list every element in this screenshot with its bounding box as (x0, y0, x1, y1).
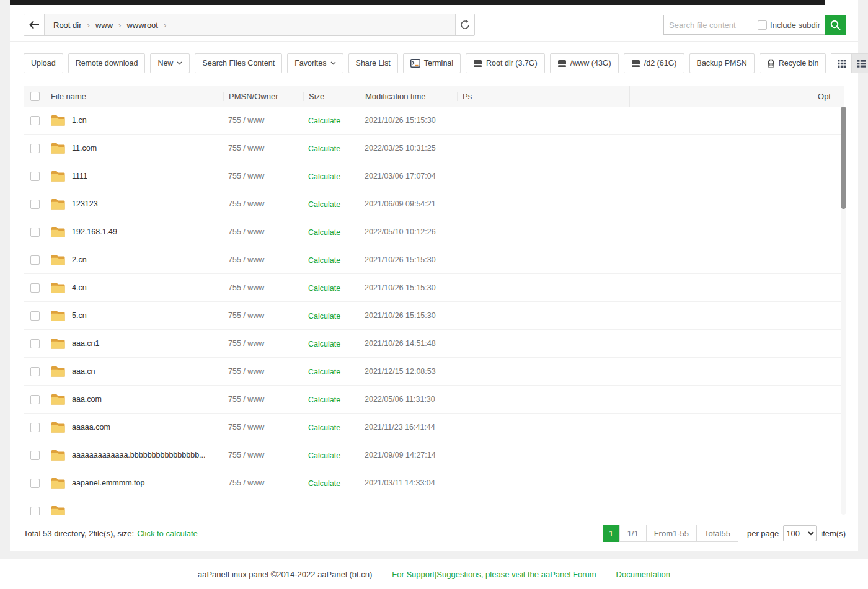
column-modification-time: Modification time (360, 92, 457, 101)
row-checkbox[interactable] (30, 200, 40, 209)
calculate-size-link[interactable]: Calculate (308, 479, 340, 488)
page-1-button[interactable]: 1 (603, 525, 620, 542)
calculate-size-link[interactable]: Calculate (308, 312, 340, 321)
row-checkbox[interactable] (30, 451, 40, 460)
total-size-calculate-link[interactable]: Click to calculate (137, 529, 198, 538)
disk-rootdir-button[interactable]: Root dir (3.7G) (466, 53, 545, 73)
file-name-link[interactable]: aaaaa.com (72, 423, 110, 432)
search-files-content-button[interactable]: Search Files Content (195, 53, 282, 73)
row-checkbox[interactable] (30, 144, 40, 153)
grid-view-button[interactable] (831, 53, 852, 73)
row-checkbox[interactable] (30, 367, 40, 376)
favorites-menu-button[interactable]: Favorites (287, 53, 343, 73)
new-menu-button[interactable]: New (150, 53, 190, 73)
terminal-button[interactable]: Terminal (403, 53, 461, 73)
row-checkbox[interactable] (30, 395, 40, 404)
calculate-size-link[interactable]: Calculate (308, 423, 340, 432)
disk-www-button[interactable]: /www (43G) (550, 53, 619, 73)
row-checkbox[interactable] (30, 479, 40, 488)
file-name-link[interactable]: 4.cn (72, 283, 87, 292)
row-checkbox[interactable] (30, 283, 40, 293)
calculate-size-link[interactable]: Calculate (308, 340, 340, 348)
support-forum-link[interactable]: For Support|Suggestions, please visit th… (392, 570, 596, 579)
remote-download-button[interactable]: Remote download (68, 53, 146, 73)
row-checkbox[interactable] (30, 311, 40, 321)
backup-pmsn-button[interactable]: Backup PMSN (689, 53, 755, 73)
calculate-size-link[interactable]: Calculate (308, 200, 340, 209)
folder-icon (51, 310, 65, 322)
calculate-size-link[interactable]: Calculate (308, 117, 340, 125)
table-row: aapanel.emmmm.top 755 / www Calculate 20… (24, 469, 844, 497)
table-row: 5.cn 755 / www Calculate 2021/10/26 15:1… (24, 302, 844, 330)
calculate-size-link[interactable]: Calculate (308, 172, 340, 181)
include-subdir-option[interactable]: Include subdir (758, 20, 825, 30)
recycle-bin-button[interactable]: Recycle bin (760, 53, 826, 73)
row-checkbox[interactable] (30, 172, 40, 181)
row-modification-time: 2022/03/25 10:31:25 (360, 144, 457, 153)
row-pmsn-owner: 755 / www (223, 144, 303, 153)
file-name-link[interactable]: 5.cn (72, 311, 87, 320)
file-name-link[interactable]: 192.168.1.49 (72, 228, 117, 236)
calculate-size-link[interactable]: Calculate (308, 284, 340, 293)
row-modification-time: 2021/10/26 15:15:30 (360, 311, 457, 320)
breadcrumb-item-rootdir[interactable]: Root dir (53, 20, 82, 30)
calculate-size-link[interactable]: Calculate (308, 228, 340, 237)
file-name-link[interactable]: aaaaaaaaaaaaa.bbbbbbbbbbbbbbbb... (72, 451, 206, 459)
file-name-link[interactable]: 2.cn (72, 255, 87, 264)
file-name-link[interactable]: aaa.com (72, 395, 102, 404)
refresh-button[interactable] (455, 14, 474, 35)
list-view-button[interactable] (851, 53, 868, 73)
file-name-link[interactable]: 11.com (72, 144, 97, 153)
row-modification-time: 2022/05/10 10:12:26 (360, 228, 457, 236)
search-button[interactable] (825, 15, 846, 35)
file-name-link[interactable]: 1111 (72, 172, 87, 180)
calculate-size-link[interactable]: Calculate (308, 396, 340, 404)
main-panel: Root dir › www › wwwroot › (10, 0, 858, 551)
row-checkbox[interactable] (30, 116, 40, 125)
column-spacer (629, 86, 767, 107)
refresh-icon (460, 20, 470, 30)
calculate-size-link[interactable]: Calculate (308, 256, 340, 265)
calculate-size-link[interactable]: Calculate (308, 144, 340, 153)
back-button[interactable] (24, 14, 45, 35)
breadcrumb-item-wwwroot[interactable]: wwwroot (126, 20, 158, 30)
row-checkbox[interactable] (30, 255, 40, 265)
row-modification-time: 2021/12/15 12:08:53 (360, 367, 457, 376)
grid-view-icon (837, 59, 846, 68)
share-list-button[interactable]: Share List (348, 53, 398, 73)
table-row: aaa.cn 755 / www Calculate 2021/12/15 12… (24, 358, 844, 386)
documentation-link[interactable]: Documentation (616, 570, 670, 579)
per-page-select[interactable]: 100 (783, 525, 817, 541)
row-checkbox[interactable] (30, 339, 40, 348)
row-pmsn-owner: 755 / www (223, 339, 303, 348)
folder-icon (51, 338, 65, 350)
table-scrollbar[interactable] (841, 107, 846, 515)
upload-button[interactable]: Upload (24, 53, 63, 73)
select-all-checkbox[interactable] (30, 92, 40, 101)
row-checkbox[interactable] (30, 507, 40, 515)
file-name-link[interactable]: aaa.cn1 (72, 339, 99, 348)
file-name-link[interactable]: 123123 (72, 200, 98, 208)
row-modification-time: 2021/10/26 15:15:30 (360, 283, 457, 292)
row-pmsn-owner: 755 / www (223, 172, 303, 180)
calculate-size-link[interactable]: Calculate (308, 451, 340, 460)
include-subdir-checkbox[interactable] (758, 20, 767, 30)
folder-icon (51, 394, 65, 405)
folder-icon (51, 226, 65, 238)
row-checkbox[interactable] (30, 228, 40, 237)
row-checkbox[interactable] (30, 423, 40, 432)
file-name-link[interactable]: aaa.cn (72, 367, 95, 376)
row-modification-time: 2021/03/06 17:07:04 (360, 172, 457, 180)
scrollbar-thumb[interactable] (841, 107, 846, 209)
file-name-link[interactable]: aapanel.emmmm.top (72, 479, 144, 487)
column-pmsn-owner: PMSN/Owner (223, 92, 303, 101)
calculate-size-link[interactable]: Calculate (308, 368, 340, 376)
table-row: 1111 755 / www Calculate 2021/03/06 17:0… (24, 162, 844, 190)
disk-d2-button[interactable]: /d2 (61G) (624, 53, 684, 73)
search-input[interactable] (664, 20, 758, 30)
file-name-link[interactable]: 1.cn (72, 116, 87, 125)
row-pmsn-owner: 755 / www (223, 479, 303, 487)
breadcrumb-item-www[interactable]: www (95, 20, 113, 30)
row-modification-time: 2021/10/26 14:51:48 (360, 339, 457, 348)
row-pmsn-owner: 755 / www (223, 228, 303, 236)
